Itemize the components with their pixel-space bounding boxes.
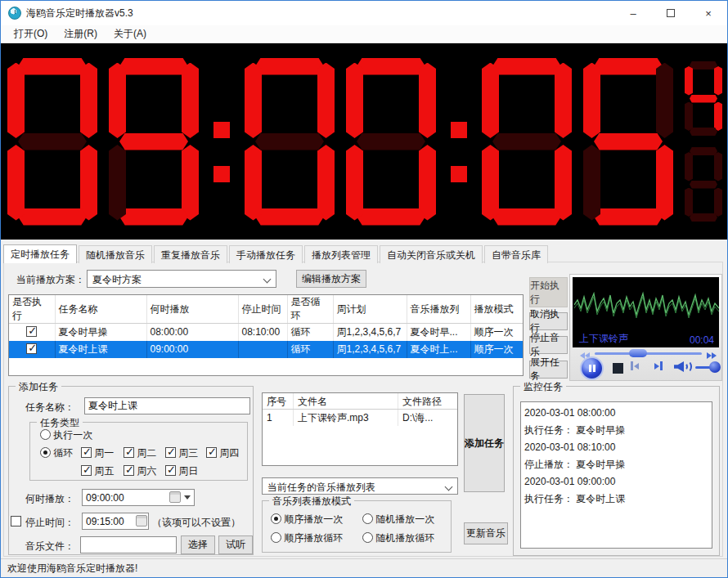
table-row[interactable]: 夏令时早操 08:00:00 08:10:00 循环 周1,2,3,4,5,6,… (9, 324, 523, 341)
weekday-thursday[interactable]: 周四 (206, 446, 239, 460)
tab-builtin-library[interactable]: 自带音乐库 (484, 245, 548, 263)
close-button[interactable]: × (690, 1, 727, 25)
time-picker-icon[interactable] (169, 491, 181, 503)
weekday-sunday[interactable]: 周日 (165, 464, 198, 478)
mode-rand-once[interactable]: 随机播放一次 (362, 513, 434, 526)
weekday-monday[interactable]: 周一 (81, 446, 114, 460)
tab-manual-play[interactable]: 手动播放任务 (229, 245, 303, 263)
stop-time-note: （该项可以不设置） (152, 516, 240, 530)
main-area: 定时播放任务 随机播放音乐 重复播放音乐 手动播放任务 播放列表管理 自动关闭音… (1, 240, 727, 560)
row-checkbox[interactable] (26, 326, 37, 337)
scheme-select[interactable]: 夏令时方案 (87, 270, 276, 288)
cell-mode: 顺序一次 (470, 324, 523, 341)
tab-repeat-play[interactable]: 重复播放音乐 (154, 245, 227, 263)
file-col-name[interactable]: 文件名 (294, 393, 398, 409)
tab-auto-shutdown[interactable]: 自动关闭音乐或关机 (380, 245, 483, 263)
time-picker-icon[interactable] (136, 515, 147, 526)
cell-task-name: 夏令时上课 (55, 341, 146, 358)
col-week-plan[interactable]: 周计划 (333, 295, 407, 324)
menu-about[interactable]: 关于(A) (106, 25, 155, 43)
weekday-wednesday[interactable]: 周三 (165, 446, 198, 460)
mode-seq-once[interactable]: 顺序播放一次 (271, 513, 343, 526)
task-name-input[interactable] (84, 397, 250, 414)
tab-random-play[interactable]: 随机播放音乐 (79, 245, 152, 263)
monitor-log: 2020-03-01 08:00:00 执行任务： 夏令时早操 2020-03-… (520, 401, 712, 549)
status-text: 欢迎使用海鸥音乐定时播放器! (7, 562, 137, 576)
menu-register[interactable]: 注册(R) (56, 25, 106, 43)
col-playlist[interactable]: 音乐播放列 (407, 295, 470, 324)
add-task-group: 添加任务 任务名称： 任务类型 执行一次 循环 周一 周二 周三 周四 周五 周… (8, 386, 254, 555)
weekday-tuesday[interactable]: 周二 (124, 446, 156, 460)
file-col-path[interactable]: 文件路径 (398, 393, 456, 409)
add-task-button[interactable]: 添加任务 (464, 394, 505, 492)
music-file-input[interactable] (80, 536, 177, 553)
tab-playlist-manage[interactable]: 播放列表管理 (304, 245, 378, 263)
mode-seq-loop[interactable]: 顺序播放循环 (271, 531, 343, 545)
col-enabled[interactable]: 是否执行 (9, 295, 55, 324)
pause-button[interactable] (580, 356, 604, 380)
volume-handle[interactable] (709, 361, 721, 373)
tab-timed-play[interactable]: 定时播放任务 (3, 244, 77, 263)
radio-run-once[interactable]: 执行一次 (40, 428, 92, 442)
play-time-label: 何时播放： (25, 492, 74, 506)
previous-track-button[interactable] (631, 361, 639, 370)
stop-music-button[interactable]: 停止音乐 (529, 336, 568, 354)
track-title: 上下课铃声 (579, 332, 628, 346)
add-task-group-title: 添加任务 (16, 380, 61, 394)
monitor-line: 2020-03-01 08:10:00 (524, 439, 708, 456)
expand-task-button[interactable]: 展开任务 (529, 361, 568, 379)
minimize-button[interactable]: – (614, 1, 652, 25)
cell-week: 周1,2,3,4,5,6,7 (333, 341, 407, 358)
edit-scheme-button[interactable]: 编辑播放方案 (296, 270, 366, 288)
maximize-button[interactable] (652, 1, 690, 25)
seek-bar[interactable] (595, 352, 702, 355)
stop-button[interactable] (613, 363, 623, 374)
cell-playlist: 夏令时上... (407, 341, 470, 358)
cell-task-name: 夏令时早操 (55, 324, 146, 341)
monitor-line: 2020-03-01 09:00:00 (524, 473, 708, 491)
seek-handle[interactable] (629, 349, 647, 357)
cell-play-time: 08:00:00 (146, 324, 238, 341)
monitor-title: 监控任务 (520, 380, 566, 394)
time-dropdown-icon[interactable] (184, 495, 191, 500)
fast-forward-icon[interactable] (707, 350, 717, 361)
menubar: 打开(O) 注册(R) 关于(A) (1, 25, 727, 43)
col-loop[interactable]: 是否循环 (287, 295, 333, 324)
app-icon (8, 7, 21, 20)
col-mode[interactable]: 播放模式 (470, 295, 523, 324)
monitor-line: 停止播放： 夏令时早操 (524, 456, 708, 473)
music-file-label: 音乐文件： (25, 540, 74, 553)
start-execute-button[interactable]: 开始执行 (529, 277, 568, 307)
titlebar: 海鸥音乐定时播放器v5.3 – × (1, 1, 727, 25)
update-music-button[interactable]: 更新音乐 (464, 522, 508, 544)
table-row[interactable]: 夏令时上课 09:00:00 循环 周1,2,3,4,5,6,7 夏令时上...… (9, 341, 523, 358)
cell-week: 周1,2,3,4,5,6,7 (333, 324, 407, 341)
file-col-no[interactable]: 序号 (263, 393, 294, 409)
cell-loop: 循环 (287, 341, 333, 358)
menu-open[interactable]: 打开(O) (6, 25, 56, 43)
choose-file-button[interactable]: 选择 (181, 535, 215, 554)
window-title: 海鸥音乐定时播放器v5.3 (26, 7, 133, 20)
col-name[interactable]: 任务名称 (55, 295, 146, 324)
cancel-execute-button[interactable]: 取消执行 (529, 312, 568, 330)
waveform-icon (574, 280, 719, 329)
run-once-radio-icon[interactable] (40, 429, 51, 440)
row-checkbox[interactable] (26, 343, 37, 354)
loop-radio-icon[interactable] (40, 447, 51, 458)
col-stop-time[interactable]: 停止时间 (238, 295, 287, 324)
task-type-group: 任务类型 执行一次 循环 周一 周二 周三 周四 周五 周六 周日 (29, 422, 248, 481)
col-play-time[interactable]: 何时播放 (146, 295, 238, 324)
radio-loop[interactable]: 循环 (40, 446, 73, 460)
waveform-display: 上下课铃声 00:04 (573, 277, 719, 347)
next-track-button[interactable] (654, 361, 663, 370)
weekday-friday[interactable]: 周五 (81, 464, 114, 478)
cell-loop: 循环 (287, 324, 333, 341)
playlist-select[interactable]: 当前任务的音乐播放列表 (262, 477, 458, 495)
mode-rand-loop[interactable]: 随机播放循环 (362, 531, 434, 545)
list-item[interactable]: 1 上下课铃声.mp3 D:\海... (263, 410, 457, 426)
maximize-icon (667, 9, 675, 17)
stop-time-checkbox[interactable] (11, 516, 21, 527)
audition-button[interactable]: 试听 (218, 535, 253, 554)
weekday-saturday[interactable]: 周六 (124, 464, 156, 478)
volume-icon[interactable] (674, 361, 692, 373)
